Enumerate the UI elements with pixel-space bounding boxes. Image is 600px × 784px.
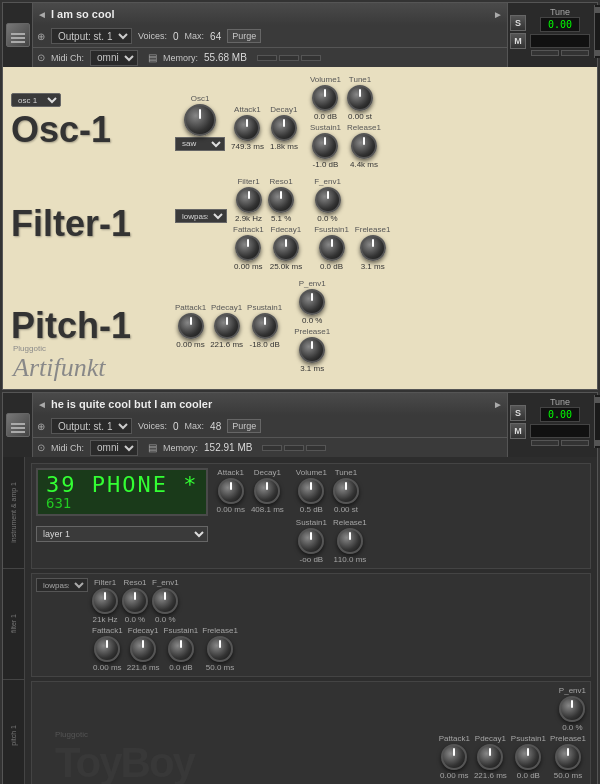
attack1-knob[interactable] <box>234 115 260 141</box>
fsustain1-knob[interactable] <box>319 235 345 261</box>
bp-penv1-knob-group: P_env1 0.0 % <box>559 686 586 732</box>
midi-label: Midi Ch: <box>51 53 84 63</box>
bf-filter1-knob[interactable] <box>92 588 118 614</box>
bottom-m-button[interactable]: M <box>510 423 526 439</box>
bf-reso1-label: Reso1 <box>123 578 146 587</box>
bf-fdecay1-knob[interactable] <box>130 636 156 662</box>
filter-type-select[interactable]: lowpass <box>175 209 227 223</box>
pattack1-label: Pattack1 <box>175 303 206 312</box>
psustain1-value: -18.0 dB <box>249 340 279 349</box>
midi-select[interactable]: omni <box>90 50 138 66</box>
release1-label: Release1 <box>347 123 381 132</box>
tune-display: 0.00 <box>540 17 580 32</box>
bp-psustain1-knob[interactable] <box>515 744 541 770</box>
bp-pattack1-label: Pattack1 <box>439 734 470 743</box>
bp-pdecay1-knob[interactable] <box>477 744 503 770</box>
penv1-knob[interactable] <box>299 289 325 315</box>
sustain1-knob[interactable] <box>312 133 338 159</box>
decay1-knob[interactable] <box>271 115 297 141</box>
bf-filter1-value: 21k Hz <box>93 615 118 624</box>
bottom-filter-type-select[interactable]: lowpass <box>36 578 88 592</box>
output-select[interactable]: Output: st. 1 <box>51 28 132 44</box>
pdecay1-knob-group: Pdecay1 221.6 ms <box>210 303 243 349</box>
bf-filter1-label: Filter1 <box>94 578 116 587</box>
b-attack1-knob[interactable] <box>218 478 244 504</box>
bottom-output-select[interactable]: Output: st. 1 <box>51 418 132 434</box>
b-attack1-label: Attack1 <box>217 468 244 477</box>
bottom-pitch-section: P_env1 0.0 % Pattack1 0.00 ms Pdecay1 <box>31 681 591 784</box>
b-decay1-knob-group: Decay1 408.1 ms <box>251 468 284 514</box>
osc1-knob[interactable] <box>184 104 216 136</box>
instrument-section: 39 PHONE * 631 layer 1 Attack1 <box>31 463 591 569</box>
fdecay1-knob[interactable] <box>273 235 299 261</box>
pattack1-knob[interactable] <box>178 313 204 339</box>
bp-prelease1-knob[interactable] <box>555 744 581 770</box>
header-arrow-right[interactable]: ► <box>493 9 503 20</box>
top-pluggotic: Pluggotic <box>13 344 105 353</box>
waveform-select[interactable]: saw <box>175 137 225 151</box>
decay1-knob-group: Decay1 1.8k ms <box>270 105 298 151</box>
layer-select[interactable]: layer 1 <box>36 526 208 542</box>
psustain1-label: Psustain1 <box>247 303 282 312</box>
bp-pattack1-knob[interactable] <box>441 744 467 770</box>
frelease1-knob[interactable] <box>360 235 386 261</box>
psustain1-knob[interactable] <box>252 313 278 339</box>
bp-penv1-value: 0.0 % <box>562 723 582 732</box>
bottom-midi-icon: ⊙ <box>37 442 45 453</box>
bottom-memory-value: 152.91 MB <box>204 442 252 453</box>
b-release1-knob[interactable] <box>337 528 363 554</box>
fattack1-knob[interactable] <box>235 235 261 261</box>
bf-fsustain1-value: 0.0 dB <box>169 663 192 672</box>
s-button[interactable]: S <box>510 15 526 31</box>
attack1-knob-group: Attack1 749.3 ms <box>231 105 264 151</box>
pdecay1-knob[interactable] <box>214 313 240 339</box>
fenv1-knob[interactable] <box>315 187 341 213</box>
reso1-knob[interactable] <box>268 187 294 213</box>
bf-fenv1-knob-group: F_env1 0.0 % <box>152 578 179 624</box>
fattack1-label: Fattack1 <box>233 225 264 234</box>
bottom-voices-label: Voices: <box>138 421 167 431</box>
bf-fattack1-knob[interactable] <box>94 636 120 662</box>
header-arrow-left[interactable]: ◄ <box>37 9 47 20</box>
bf-frelease1-knob[interactable] <box>207 636 233 662</box>
volume1-knob-group: Volume1 0.0 dB <box>310 75 341 121</box>
bf-fenv1-knob[interactable] <box>152 588 178 614</box>
tune1-knob[interactable] <box>347 85 373 111</box>
fenv1-knob-group: F_env1 0.0 % <box>314 177 341 223</box>
bottom-header-arrow-left[interactable]: ◄ <box>37 399 47 410</box>
output-icon: ⊕ <box>37 31 45 42</box>
bottom-output-icon: ⊕ <box>37 421 45 432</box>
bf-fsustain1-knob[interactable] <box>168 636 194 662</box>
b-volume1-knob[interactable] <box>298 478 324 504</box>
prelease1-knob-group: Prelease1 3.1 ms <box>294 327 330 373</box>
volume1-knob[interactable] <box>312 85 338 111</box>
side-label-instrument: instrument & amp 1 <box>10 482 17 543</box>
b-tune1-knob[interactable] <box>333 478 359 504</box>
prelease1-knob[interactable] <box>299 337 325 363</box>
top-brand-name: Artifunkt <box>13 353 105 383</box>
bottom-purge-button[interactable]: Purge <box>227 419 261 433</box>
b-sustain1-knob[interactable] <box>298 528 324 554</box>
decay1-value: 1.8k ms <box>270 142 298 151</box>
bottom-header-arrow-right[interactable]: ► <box>493 399 503 410</box>
attack1-label: Attack1 <box>234 105 261 114</box>
b-release1-knob-group: Release1 110.0 ms <box>333 518 367 564</box>
bf-fdecay1-knob-group: Fdecay1 221.6 ms <box>127 626 160 672</box>
purge-button[interactable]: Purge <box>227 29 261 43</box>
bottom-midi-select[interactable]: omni <box>90 440 138 456</box>
bf-reso1-knob[interactable] <box>122 588 148 614</box>
fsustain1-value: 0.0 dB <box>320 262 343 271</box>
release1-knob[interactable] <box>351 133 377 159</box>
filter1-knob[interactable] <box>236 187 262 213</box>
frelease1-knob-group: Frelease1 3.1 ms <box>355 225 391 271</box>
frelease1-label: Frelease1 <box>355 225 391 234</box>
m-button[interactable]: M <box>510 33 526 49</box>
osc-badge-select[interactable]: osc 1 <box>11 93 61 107</box>
bottom-s-button[interactable]: S <box>510 405 526 421</box>
bp-penv1-knob[interactable] <box>559 696 585 722</box>
frelease1-value: 3.1 ms <box>361 262 385 271</box>
bp-pdecay1-knob-group: Pdecay1 221.6 ms <box>474 734 507 780</box>
bf-fsustain1-knob-group: Fsustain1 0.0 dB <box>164 626 199 672</box>
b-decay1-knob[interactable] <box>254 478 280 504</box>
top-plugin-main: osc 1 Osc-1 Osc1 saw Attack1 <box>3 67 597 389</box>
